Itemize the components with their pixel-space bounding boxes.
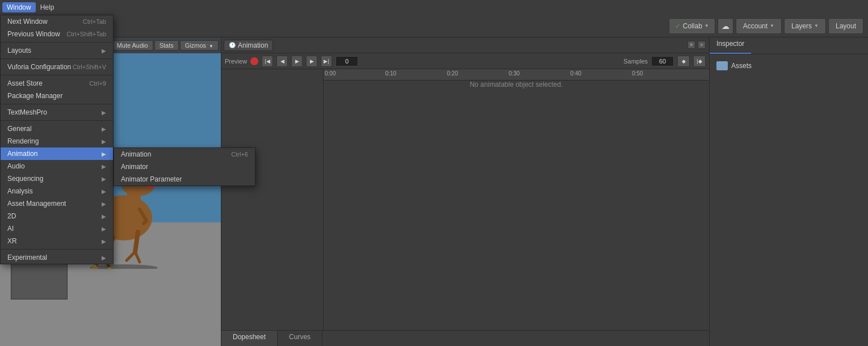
sequencing-arrow-icon: ▶ (102, 176, 106, 182)
layout-button[interactable]: Layout (828, 18, 863, 34)
menu-item-rendering[interactable]: Rendering ▶ (1, 135, 113, 147)
menu-item-sequencing[interactable]: Sequencing ▶ (1, 172, 113, 185)
keyframe-options-button[interactable]: |◆ (693, 56, 706, 67)
xr-label: XR (7, 237, 17, 245)
dopesheet-tab[interactable]: Dopesheet (221, 331, 278, 346)
general-label: General (7, 125, 32, 133)
frame-number-input[interactable]: 0 (336, 56, 358, 66)
panel-close-button[interactable]: ✕ (687, 41, 695, 49)
curves-tab[interactable]: Curves (278, 331, 322, 346)
right-toolbar: ✓ Collab ▼ ☁ Account ▼ Layers ▼ Layout (669, 18, 863, 34)
menu-item-experimental[interactable]: Experimental ▶ (1, 251, 113, 264)
menu-item-next-window[interactable]: Next Window Ctrl+Tab (1, 15, 113, 28)
play-anim-button[interactable]: ▶ (291, 56, 303, 67)
prev-frame-button[interactable]: ◀ (276, 56, 288, 67)
menu-item-layouts[interactable]: Layouts ▶ (1, 44, 113, 57)
animation-bottom-tabs: Dopesheet Curves (221, 330, 709, 346)
ruler-tick-0: 0:00 (325, 70, 336, 77)
asset-store-shortcut: Ctrl+9 (89, 80, 106, 87)
submenu-animator-param[interactable]: Animator Parameter (114, 173, 255, 185)
separator-1 (1, 42, 113, 43)
account-button[interactable]: Account ▼ (736, 18, 782, 34)
menu-item-animation[interactable]: Animation ▶ (1, 147, 113, 160)
menu-item-analysis[interactable]: Analysis ▶ (1, 185, 113, 197)
asset-store-label: Asset Store (7, 79, 43, 87)
textmeshpro-arrow-icon: ▶ (102, 109, 106, 116)
main-layout: 0.684 Maximize On Play Mute Audio Stats … (0, 37, 868, 346)
layers-arrow-icon: ▼ (814, 23, 819, 28)
clock-icon: 🕐 (229, 42, 236, 48)
separator-5 (1, 120, 113, 121)
separator-6 (1, 249, 113, 250)
ruler-tick-3: 0:30 (509, 70, 519, 77)
analysis-label: Analysis (7, 187, 33, 195)
record-button[interactable] (250, 57, 258, 65)
mute-audio-btn[interactable]: Mute Audio (112, 40, 153, 50)
experimental-label: Experimental (7, 254, 47, 261)
layers-label: Layers (791, 22, 812, 30)
menu-item-prev-window[interactable]: Previous Window Ctrl+Shift+Tab (1, 28, 113, 40)
menu-help[interactable]: Help (36, 2, 59, 12)
inspector-tab[interactable]: Inspector (710, 37, 751, 54)
gizmos-label: Gizmos (185, 42, 206, 49)
menu-item-package-manager[interactable]: Package Manager (1, 90, 113, 102)
collab-check-icon: ✓ (675, 22, 681, 30)
ruler-tick-5: 0:50 (632, 70, 643, 77)
samples-label: Samples (623, 58, 648, 65)
top-toolbar: ▶ ⏸ ⏭ ✓ Collab ▼ ☁ Account ▼ Layers ▼ La… (0, 15, 868, 37)
inspector-content: Assets (710, 54, 868, 346)
samples-input[interactable]: 60 (651, 56, 674, 66)
timeline-ruler: 0:00 0:10 0:20 0:30 0:40 0:50 (324, 69, 709, 81)
audio-arrow-icon: ▶ (102, 163, 106, 170)
panel-menu-button[interactable]: ≡ (698, 41, 706, 49)
menu-item-audio[interactable]: Audio ▶ (1, 160, 113, 172)
first-frame-button[interactable]: |◀ (262, 56, 273, 67)
animation-arrow-icon: ▶ (102, 151, 106, 157)
menu-item-textmeshpro[interactable]: TextMeshPro ▶ (1, 106, 113, 119)
inspector-tabs: Inspector (710, 37, 868, 54)
layouts-arrow-icon: ▶ (102, 48, 106, 54)
submenu-animation-label: Animation (121, 150, 151, 158)
2d-label: 2D (7, 212, 16, 220)
analysis-arrow-icon: ▶ (102, 188, 106, 195)
animation-tab[interactable]: 🕐 Animation (224, 40, 273, 51)
submenu-animator-label: Animator (121, 163, 148, 171)
animation-panel-header: 🕐 Animation ✕ ≡ (221, 37, 709, 53)
animation-menu-label: Animation (7, 150, 37, 158)
submenu-animator-param-label: Animator Parameter (121, 175, 182, 183)
menu-item-vuforia[interactable]: Vuforia Configuration Ctrl+Shift+V (1, 61, 113, 73)
ruler-tick-1: 0:10 (385, 70, 396, 77)
keyframe-add-button[interactable]: ◆ (677, 56, 690, 67)
menu-item-2d[interactable]: 2D ▶ (1, 210, 113, 222)
vuforia-label: Vuforia Configuration (7, 63, 71, 71)
timeline-area: 0:00 0:10 0:20 0:30 0:40 0:50 No animata… (221, 69, 709, 330)
experimental-arrow-icon: ▶ (102, 255, 106, 261)
menu-item-xr[interactable]: XR ▶ (1, 235, 113, 247)
menu-window[interactable]: Window (2, 2, 36, 12)
menu-item-general[interactable]: General ▶ (1, 123, 113, 135)
next-frame-button[interactable]: ▶ (306, 56, 317, 67)
asset-management-label: Asset Management (7, 200, 66, 208)
ai-arrow-icon: ▶ (102, 226, 106, 232)
stats-btn[interactable]: Stats (154, 40, 179, 50)
gizmos-btn[interactable]: Gizmos ▼ (180, 40, 219, 50)
menu-item-asset-management[interactable]: Asset Management ▶ (1, 197, 113, 210)
cloud-button[interactable]: ☁ (718, 18, 733, 34)
no-anim-message: No animatable object selected. (469, 81, 563, 88)
submenu-animation[interactable]: Animation Ctrl+6 (114, 148, 255, 161)
layouts-label: Layouts (7, 47, 31, 54)
ruler-tick-4: 0:40 (571, 70, 581, 77)
timeline-content: No animatable object selected. (324, 81, 709, 88)
separator-2 (1, 58, 113, 59)
layout-label: Layout (836, 22, 856, 30)
menu-item-asset-store[interactable]: Asset Store Ctrl+9 (1, 77, 113, 90)
submenu-animation-shortcut: Ctrl+6 (231, 151, 248, 158)
submenu-animator[interactable]: Animator (114, 161, 255, 173)
assets-folder-item[interactable]: Assets (714, 59, 863, 73)
package-manager-label: Package Manager (7, 92, 62, 100)
menu-item-ai[interactable]: AI ▶ (1, 222, 113, 235)
layers-button[interactable]: Layers ▼ (784, 18, 826, 34)
collab-button[interactable]: ✓ Collab ▼ (669, 18, 715, 34)
last-frame-button[interactable]: ▶| (321, 56, 332, 67)
textmeshpro-label: TextMeshPro (7, 108, 47, 116)
